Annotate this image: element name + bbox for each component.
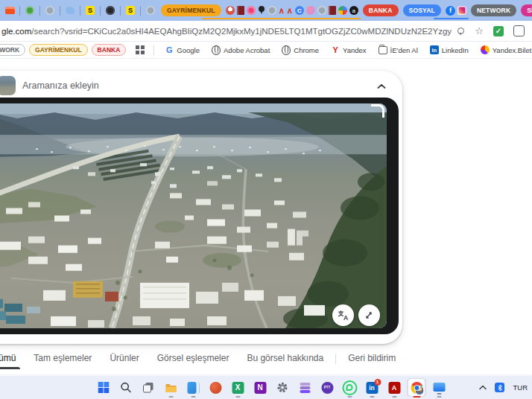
language-indicator[interactable]: TUR xyxy=(513,383,528,392)
tab-favicon-book[interactable] xyxy=(237,6,244,15)
tab-tam-eslemeler[interactable]: Tam eşlemeler xyxy=(25,349,101,369)
acrobat-icon: A xyxy=(388,382,400,394)
chrome-button[interactable] xyxy=(408,379,425,396)
profile-avatar xyxy=(414,386,424,395)
bookmark-linkedin[interactable]: inLinkedIn xyxy=(424,45,475,54)
pinned-tab[interactable] xyxy=(1,2,18,19)
tab-favicon-book[interactable] xyxy=(329,6,336,15)
tab-geri-bildirim[interactable]: Geri bildirim xyxy=(339,349,405,369)
globe-icon xyxy=(45,6,54,15)
tab-bu-gorsel-hakkinda[interactable]: Bu görsel hakkında xyxy=(238,349,332,369)
bookmark-chrome[interactable]: Chrome xyxy=(276,45,325,54)
tab-group-label[interactable]: SOSYAL xyxy=(403,4,441,16)
bookmark-adobe-acrobat[interactable]: Adobe Acrobat xyxy=(206,45,276,54)
tab-favicon-palette[interactable] xyxy=(306,6,315,15)
pinned-tab[interactable] xyxy=(22,2,38,19)
word-button[interactable] xyxy=(185,379,202,396)
acrobat-button[interactable]: A xyxy=(386,379,403,396)
bookmark-yandex-bilet[interactable]: Yandex.Bilet xyxy=(475,45,532,54)
query-image-thumbnail[interactable] xyxy=(0,76,16,95)
aerial-photo-art xyxy=(0,103,387,328)
tab-separator xyxy=(120,6,121,16)
tab-favicon-pink-dot[interactable] xyxy=(247,6,256,15)
tab-favicon-spark[interactable] xyxy=(338,6,347,15)
powerpoint-button[interactable] xyxy=(207,379,224,396)
display-icon xyxy=(433,383,445,392)
pinned-tab[interactable] xyxy=(42,2,58,19)
collapse-panel-button[interactable] xyxy=(376,77,387,94)
whatsapp-icon xyxy=(342,380,357,395)
powerpoint-icon xyxy=(209,382,221,394)
tab-favicon-globe[interactable] xyxy=(267,6,276,15)
tab-favicon-avatar[interactable] xyxy=(226,6,235,15)
instagram-icon[interactable] xyxy=(457,6,466,15)
globe-icon xyxy=(282,45,291,55)
tab-favicon-globe[interactable] xyxy=(317,6,326,15)
tabs-divider xyxy=(335,354,336,364)
crop-handle-icon[interactable] xyxy=(371,104,384,118)
task-view-button[interactable] xyxy=(140,379,157,396)
tab-urunler[interactable]: Ürünler xyxy=(101,349,148,369)
stack-app-button[interactable] xyxy=(297,379,314,396)
translate-button[interactable]: A xyxy=(332,304,354,326)
globe-icon xyxy=(146,6,155,15)
start-button[interactable] xyxy=(95,379,113,396)
tab-favicon-a[interactable]: a xyxy=(349,6,358,15)
excel-button[interactable]: X xyxy=(229,379,247,396)
task-view-icon xyxy=(143,382,154,393)
bookmark-google[interactable]: GGoogle xyxy=(159,45,206,54)
facebook-icon[interactable]: f xyxy=(446,6,455,16)
tab-separator xyxy=(60,6,60,16)
location-pin-icon[interactable] xyxy=(456,27,465,36)
pinned-tab[interactable]: S xyxy=(82,2,98,19)
adblock-check-icon[interactable]: ✓ xyxy=(493,26,504,36)
lens-results-tabs: ümü Tam eşlemeler Ürünler Görsel eşleşme… xyxy=(0,349,532,369)
bird-icon xyxy=(66,7,75,14)
tab-group-label[interactable]: GAYRİMENKUL xyxy=(161,4,221,16)
display-connect-button[interactable] xyxy=(431,379,448,396)
pinned-tab[interactable] xyxy=(62,2,78,19)
bookmark-chip-gayrimenkul[interactable]: GAYRİMENKUL xyxy=(29,44,88,56)
translate-icon: A xyxy=(338,310,349,321)
tab-favicon-mountain[interactable]: ∧ xyxy=(279,7,285,14)
bookmark-chip-network[interactable]: TWORK xyxy=(0,44,25,56)
bluetooth-icon[interactable] xyxy=(495,383,504,392)
notification-badge: 1 xyxy=(374,379,381,386)
tray-chevron-up-icon[interactable] xyxy=(479,385,487,390)
tab-separator xyxy=(19,6,20,16)
tab-gorsel-eslesmeler[interactable]: Görsel eşleşmeler xyxy=(148,349,238,369)
bookmark-label: Google xyxy=(177,46,200,54)
pinned-tab[interactable] xyxy=(102,2,118,19)
bookmark-star-icon[interactable]: ☆ xyxy=(475,26,484,36)
google-icon: G xyxy=(165,45,174,54)
tab-favicon-c[interactable]: C xyxy=(295,6,304,15)
tab-group-label-network[interactable]: NETWORK xyxy=(471,4,516,16)
tab-group-label-banka[interactable]: BANKA xyxy=(363,4,399,16)
search-button[interactable] xyxy=(118,379,135,396)
bookmark-yandex[interactable]: YYandex xyxy=(325,45,373,54)
extensions-icon[interactable] xyxy=(513,25,525,36)
taskbar-center-icons: X N PTT in1 A xyxy=(95,376,448,399)
address-bar[interactable]: gle.com/search?vsrid=CKiCuc2a0sHI4AEQAhg… xyxy=(0,27,452,36)
aerial-photo[interactable] xyxy=(0,103,387,328)
pinned-tab[interactable] xyxy=(142,2,159,19)
mail-icon xyxy=(5,7,15,14)
tab-tumu[interactable]: ümü xyxy=(0,349,25,369)
bookmark-chip-banka[interactable]: BANKA xyxy=(92,44,127,56)
tab-separator xyxy=(80,6,80,16)
pinned-tab[interactable]: S xyxy=(122,2,139,19)
onenote-button[interactable]: N xyxy=(252,379,269,396)
green-dot-icon xyxy=(25,6,34,15)
tab-favicon-mountain[interactable]: ∧ xyxy=(287,7,293,14)
linkedin-button[interactable]: in1 xyxy=(364,379,381,396)
select-text-button[interactable] xyxy=(358,304,380,326)
tab-favicon-map-pin[interactable] xyxy=(258,6,265,15)
tab-group-label-siparis[interactable]: SİPARİŞ xyxy=(521,4,532,16)
ptt-app-button[interactable]: PTT xyxy=(319,379,336,396)
whatsapp-button[interactable] xyxy=(341,379,358,396)
sahibinden-icon: S xyxy=(86,6,95,15)
file-explorer-button[interactable] xyxy=(162,379,180,396)
settings-button[interactable] xyxy=(274,379,291,396)
apps-grid-icon[interactable] xyxy=(136,45,145,54)
bookmark-ie-den-al[interactable]: İE'den Al xyxy=(373,45,424,54)
